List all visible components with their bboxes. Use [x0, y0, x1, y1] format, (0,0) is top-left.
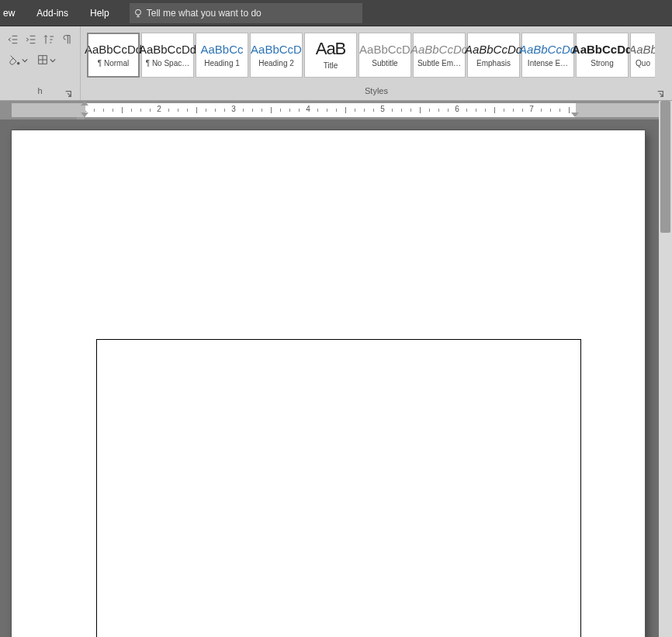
- menu-addins[interactable]: Add-ins: [26, 0, 79, 26]
- svg-point-0: [135, 9, 140, 15]
- style-subtle-em[interactable]: AaBbCcDdSubtle Em…: [413, 33, 466, 78]
- menu-bar: ew Add-ins Help Tell me what you want to…: [0, 0, 672, 26]
- style-subtitle[interactable]: AaBbCcDSubtitle: [359, 33, 411, 78]
- increase-indent-button[interactable]: [23, 31, 39, 48]
- style-strong[interactable]: AaBbCcDdStrong: [576, 33, 629, 78]
- style-quo[interactable]: AaBbQuo: [630, 33, 655, 78]
- ruler-number: 2: [157, 105, 161, 113]
- style-emphasis[interactable]: AaBbCcDdEmphasis: [467, 33, 520, 78]
- ribbon-group-paragraph: h: [0, 26, 81, 100]
- style-name: Heading 2: [258, 59, 294, 68]
- style-preview: AaBbCcDd: [519, 43, 577, 55]
- tell-me-search[interactable]: Tell me what you want to do: [130, 3, 362, 23]
- group-label-paragraph: h: [37, 86, 42, 95]
- style-heading-1[interactable]: AaBbCcHeading 1: [196, 33, 248, 78]
- style-preview: AaBbCcD: [359, 43, 410, 55]
- show-marks-button[interactable]: [59, 31, 75, 48]
- style-intense-e[interactable]: AaBbCcDdIntense E…: [521, 33, 574, 78]
- shading-dropdown[interactable]: [5, 51, 31, 68]
- paragraph-dialog-launcher[interactable]: [63, 88, 74, 99]
- document-workspace: (Ctrl): [0, 119, 672, 637]
- style-name: Subtle Em…: [417, 59, 461, 68]
- style-name: Title: [324, 61, 338, 70]
- style-name: Subtitle: [372, 59, 397, 68]
- ruler-number: 3: [231, 105, 236, 113]
- style-normal[interactable]: AaBbCcDd¶ Normal: [87, 33, 140, 78]
- styles-gallery[interactable]: AaBbCcDd¶ NormalAaBbCcDd¶ No Spac…AaBbCc…: [85, 31, 667, 78]
- ruler-number: 6: [455, 105, 459, 113]
- ribbon: h AaBbCcDd¶ NormalAaBbCcDd¶ No Spac…AaBb…: [0, 26, 672, 101]
- tell-me-placeholder: Tell me what you want to do: [147, 8, 262, 19]
- svg-point-1: [17, 62, 19, 64]
- scrollbar-thumb[interactable]: [660, 101, 670, 233]
- style-name: Emphasis: [476, 59, 511, 68]
- sort-button[interactable]: [41, 31, 57, 48]
- style-name: Quo: [636, 59, 650, 68]
- style-name: Intense E…: [528, 59, 568, 68]
- style-name: ¶ Normal: [98, 59, 129, 68]
- menu-view-partial[interactable]: ew: [0, 0, 26, 26]
- decrease-indent-button[interactable]: [5, 31, 21, 48]
- style-preview: AaBbCcDd: [85, 43, 142, 55]
- inserted-picture-placeholder[interactable]: [96, 339, 581, 637]
- chevron-down-icon: [50, 53, 56, 67]
- style-name: ¶ No Spac…: [146, 59, 190, 68]
- right-indent-marker[interactable]: [571, 113, 579, 117]
- lightbulb-icon: [130, 8, 147, 19]
- style-preview: AaBbCc: [200, 43, 243, 55]
- style-preview: AaB: [316, 40, 346, 57]
- styles-dialog-launcher[interactable]: [655, 88, 666, 99]
- borders-dropdown[interactable]: [33, 51, 59, 68]
- vertical-scrollbar[interactable]: [659, 101, 672, 637]
- menu-help[interactable]: Help: [79, 0, 120, 26]
- style-preview: AaBb: [630, 43, 655, 55]
- document-page[interactable]: (Ctrl): [12, 130, 645, 637]
- style-no-spac[interactable]: AaBbCcDd¶ No Spac…: [141, 33, 194, 78]
- style-preview: AaBbCcDd: [465, 43, 522, 55]
- chevron-down-icon: [22, 53, 28, 67]
- ribbon-group-styles: AaBbCcDd¶ NormalAaBbCcDd¶ No Spac…AaBbCc…: [81, 26, 672, 100]
- ruler-right-margin: [576, 103, 672, 117]
- style-title[interactable]: AaBTitle: [304, 33, 357, 78]
- style-name: Heading 1: [204, 59, 240, 68]
- first-line-indent-marker[interactable]: [81, 101, 88, 106]
- style-preview: AaBbCcDd: [139, 43, 196, 55]
- ruler-number: 7: [529, 105, 534, 113]
- style-heading-2[interactable]: AaBbCcDHeading 2: [250, 33, 303, 78]
- style-name: Strong: [591, 59, 613, 68]
- style-preview: AaBbCcD: [251, 43, 302, 55]
- style-preview: AaBbCcDd: [410, 43, 468, 55]
- ruler-left-margin: [12, 103, 85, 117]
- group-label-styles: Styles: [365, 86, 388, 95]
- ruler-number: 5: [380, 105, 385, 113]
- style-preview: AaBbCcDd: [572, 43, 632, 55]
- horizontal-ruler[interactable]: 1234567: [0, 101, 672, 119]
- ruler-number: 4: [306, 105, 310, 113]
